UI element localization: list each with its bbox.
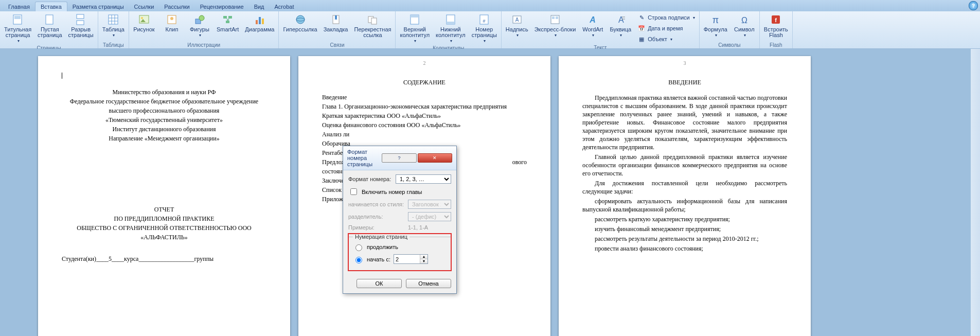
- table-button[interactable]: Таблица▾: [100, 12, 127, 39]
- cancel-button[interactable]: Отмена: [406, 279, 451, 288]
- dropcap-button[interactable]: AБуквица▾: [608, 12, 633, 39]
- svg-rect-17: [228, 16, 232, 19]
- tab-insert[interactable]: Вставка: [35, 2, 67, 11]
- svg-point-13: [170, 17, 173, 20]
- p3-title: ВВЕДЕНИЕ: [582, 79, 787, 86]
- svg-rect-5: [109, 15, 118, 24]
- symbol-icon: Ω: [738, 13, 751, 26]
- svg-rect-19: [256, 20, 258, 24]
- p1-report1: ОТЧЕТ: [62, 206, 266, 214]
- tab-view[interactable]: Вид: [249, 2, 270, 11]
- dialog-titlebar[interactable]: Формат номера страницы ? ✕: [343, 146, 456, 170]
- close-icon[interactable]: ✕: [418, 153, 452, 163]
- svg-rect-26: [371, 18, 377, 24]
- wordart-button[interactable]: AWordArt▾: [580, 12, 605, 39]
- number-format-select[interactable]: 1, 2, 3, …: [396, 174, 451, 184]
- quickparts-button[interactable]: Экспресс-блоки▾: [532, 12, 578, 39]
- object-button[interactable]: ▦Объект▾: [635, 34, 697, 44]
- examples-value: 1-1, 1-A: [408, 224, 428, 231]
- tab-mailings[interactable]: Рассылки: [159, 2, 194, 11]
- header-button[interactable]: Верхний колонтитул▾: [398, 12, 432, 45]
- ok-button[interactable]: ОК: [357, 279, 402, 288]
- text-cursor: [62, 73, 62, 79]
- clip-icon: [166, 13, 178, 26]
- flash-button[interactable]: fВстроить Flash: [762, 12, 790, 39]
- start-at-input[interactable]: [394, 255, 420, 263]
- clip-button[interactable]: Клип: [159, 12, 185, 33]
- group-symbols: πФормула▾ ΩСимвол▾ Символы: [700, 11, 760, 48]
- dialog-help-icon[interactable]: ?: [382, 153, 416, 163]
- equation-icon: π: [709, 13, 722, 26]
- shapes-button[interactable]: Фигуры▾: [187, 12, 212, 39]
- p2-l5: Анализ ли: [322, 131, 527, 138]
- continue-radio[interactable]: [355, 244, 362, 251]
- flash-icon: f: [770, 13, 782, 26]
- textbox-button[interactable]: AНадпись▾: [504, 12, 530, 39]
- group-links-label: Связи: [281, 42, 393, 48]
- group-flash: fВстроить Flash Flash: [760, 11, 793, 48]
- cover-page-icon: [12, 13, 24, 26]
- svg-text:A: A: [515, 17, 519, 23]
- blank-page-icon: [44, 13, 56, 26]
- page-break-icon: [75, 13, 87, 26]
- datetime-button[interactable]: 📅Дата и время: [635, 23, 697, 33]
- svg-rect-2: [46, 15, 53, 24]
- group-pages: Титульная страница▾ Пустая страница Разр…: [0, 11, 98, 48]
- dialog-title: Формат номера страницы: [347, 149, 381, 167]
- wordart-icon: A: [586, 13, 599, 26]
- p2-title: СОДЕРЖАНИЕ: [322, 79, 527, 86]
- datetime-icon: 📅: [637, 24, 646, 32]
- dropcap-icon: A: [614, 13, 627, 26]
- spin-down-icon[interactable]: ▼: [420, 259, 427, 263]
- p2-l3: Краткая характеристика ООО «АльфаСтиль»: [322, 112, 527, 120]
- page-break-button[interactable]: Разрыв страницы: [66, 12, 96, 39]
- picture-button[interactable]: Рисунок: [131, 12, 157, 33]
- crossref-icon: [366, 13, 379, 26]
- document-workspace: Министерство образования и науки РФ Феде…: [0, 49, 980, 336]
- spin-up-icon[interactable]: ▲: [420, 255, 427, 259]
- start-at-spinner[interactable]: ▲▼: [394, 254, 428, 264]
- page-1[interactable]: Министерство образования и науки РФ Феде…: [38, 56, 290, 336]
- chart-button[interactable]: Диаграмма: [243, 12, 276, 33]
- help-icon[interactable]: ?: [969, 1, 978, 10]
- ribbon-groups: Титульная страница▾ Пустая страница Разр…: [0, 11, 980, 49]
- svg-text:Ω: Ω: [741, 16, 747, 25]
- blank-page-button[interactable]: Пустая страница: [35, 12, 64, 39]
- separator-label: разделитель:: [348, 214, 405, 220]
- svg-rect-16: [223, 16, 227, 19]
- p3-para3: Для достижения поставленной цели необход…: [582, 179, 787, 196]
- cover-page-button[interactable]: Титульная страница▾: [2, 12, 33, 45]
- bookmark-button[interactable]: Закладка: [322, 12, 350, 33]
- vertical-scrollbar[interactable]: [971, 49, 980, 336]
- crossref-button[interactable]: Перекрестная ссылка: [352, 12, 393, 39]
- include-chapter-checkbox[interactable]: [350, 188, 357, 195]
- p3-para2: Главной целью данной преддипломной практ…: [582, 153, 787, 178]
- start-at-radio[interactable]: [355, 257, 362, 263]
- svg-text:f: f: [775, 17, 777, 23]
- p1-line3: высшего профессионального образования: [62, 107, 266, 115]
- ribbon: Главная Вставка Разметка страницы Ссылки…: [0, 0, 980, 49]
- examples-label: Примеры:: [348, 224, 405, 231]
- hyperlink-button[interactable]: Гиперссылка: [281, 12, 319, 33]
- smartart-button[interactable]: SmartArt: [215, 12, 241, 33]
- page-3[interactable]: 3 ВВЕДЕНИЕ Преддипломная практика являет…: [559, 56, 811, 336]
- tab-layout[interactable]: Разметка страницы: [67, 2, 129, 11]
- signature-button[interactable]: ✎Строка подписи▾: [635, 12, 697, 23]
- group-headerfooter: Верхний колонтитул▾ Нижний колонтитул▾ #…: [396, 11, 501, 48]
- group-illustrations-label: Иллюстрации: [131, 42, 277, 48]
- tab-review[interactable]: Рецензирование: [195, 2, 249, 11]
- svg-rect-18: [226, 21, 229, 23]
- p3-b3: изучить финансовый менеджмент предприяти…: [582, 225, 787, 233]
- p1-line5: Институт дистанционного образования: [62, 126, 266, 133]
- include-chapter-label: Включить номер главы: [362, 189, 422, 195]
- tab-references[interactable]: Ссылки: [129, 2, 159, 11]
- p3-b5: провести анализ финансового состояния;: [582, 244, 787, 253]
- tab-acrobat[interactable]: Acrobat: [270, 2, 299, 11]
- symbol-button[interactable]: ΩСимвол▾: [732, 12, 757, 39]
- page-number-format-dialog: Формат номера страницы ? ✕ Формат номера…: [343, 146, 457, 294]
- tab-home[interactable]: Главная: [3, 2, 35, 11]
- pagenum-button[interactable]: #Номер страницы▾: [470, 12, 499, 45]
- page-numbering-legend: Нумерация страниц: [353, 234, 409, 240]
- equation-button[interactable]: πФормула▾: [702, 12, 729, 39]
- footer-button[interactable]: Нижний колонтитул▾: [434, 12, 468, 45]
